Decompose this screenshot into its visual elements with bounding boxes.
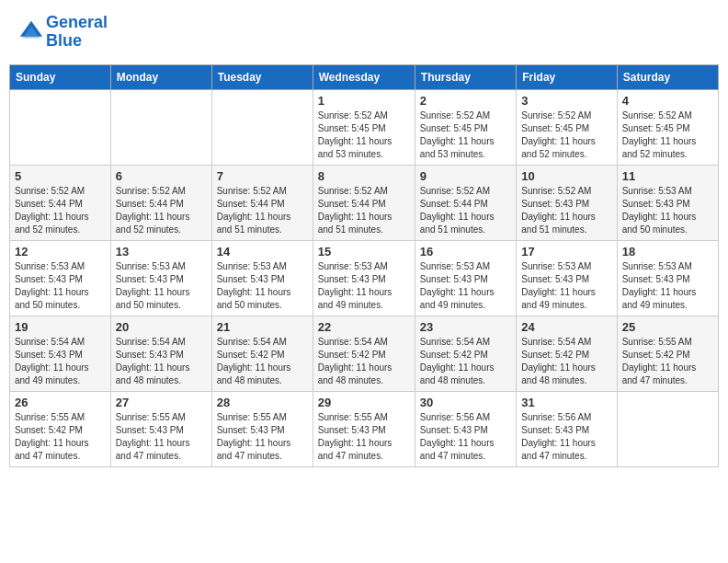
day-info: Sunrise: 5:52 AM Sunset: 5:45 PM Dayligh… (521, 109, 611, 161)
day-number: 3 (521, 94, 611, 108)
column-header-sunday: Sunday (10, 64, 111, 89)
calendar-cell: 9Sunrise: 5:52 AM Sunset: 5:44 PM Daylig… (415, 165, 516, 240)
calendar-cell (211, 89, 313, 165)
calendar-cell: 6Sunrise: 5:52 AM Sunset: 5:44 PM Daylig… (110, 165, 211, 240)
day-info: Sunrise: 5:52 AM Sunset: 5:44 PM Dayligh… (318, 185, 410, 236)
calendar-cell: 4Sunrise: 5:52 AM Sunset: 5:45 PM Daylig… (617, 89, 718, 165)
calendar-cell: 13Sunrise: 5:53 AM Sunset: 5:43 PM Dayli… (110, 240, 211, 316)
day-info: Sunrise: 5:53 AM Sunset: 5:43 PM Dayligh… (318, 260, 410, 312)
day-number: 10 (521, 169, 611, 183)
calendar-cell: 30Sunrise: 5:56 AM Sunset: 5:43 PM Dayli… (415, 391, 516, 466)
day-info: Sunrise: 5:54 AM Sunset: 5:43 PM Dayligh… (15, 336, 106, 387)
calendar-cell: 25Sunrise: 5:55 AM Sunset: 5:42 PM Dayli… (617, 316, 718, 391)
day-info: Sunrise: 5:53 AM Sunset: 5:43 PM Dayligh… (420, 260, 511, 312)
calendar-cell: 1Sunrise: 5:52 AM Sunset: 5:45 PM Daylig… (313, 89, 415, 165)
day-info: Sunrise: 5:55 AM Sunset: 5:42 PM Dayligh… (15, 411, 106, 463)
calendar-cell: 22Sunrise: 5:54 AM Sunset: 5:42 PM Dayli… (313, 316, 415, 391)
calendar-week-row: 26Sunrise: 5:55 AM Sunset: 5:42 PM Dayli… (10, 391, 719, 466)
column-header-saturday: Saturday (617, 64, 718, 89)
day-info: Sunrise: 5:52 AM Sunset: 5:43 PM Dayligh… (521, 185, 611, 236)
day-info: Sunrise: 5:52 AM Sunset: 5:45 PM Dayligh… (318, 109, 410, 161)
calendar-cell: 12Sunrise: 5:53 AM Sunset: 5:43 PM Dayli… (10, 240, 111, 316)
logo-text: General Blue (46, 14, 108, 51)
day-info: Sunrise: 5:55 AM Sunset: 5:43 PM Dayligh… (318, 411, 410, 463)
day-number: 19 (15, 320, 106, 334)
calendar-cell (110, 89, 211, 165)
day-info: Sunrise: 5:53 AM Sunset: 5:43 PM Dayligh… (116, 260, 207, 312)
day-number: 16 (420, 245, 511, 259)
day-number: 29 (318, 396, 410, 409)
day-number: 17 (521, 245, 611, 259)
calendar-cell: 26Sunrise: 5:55 AM Sunset: 5:42 PM Dayli… (10, 391, 111, 466)
day-number: 14 (217, 245, 308, 259)
logo: General Blue (18, 14, 108, 51)
page-header: General Blue (9, 9, 719, 55)
calendar-header-row: SundayMondayTuesdayWednesdayThursdayFrid… (10, 64, 719, 89)
day-number: 1 (318, 94, 410, 108)
day-number: 6 (116, 169, 207, 183)
day-number: 2 (420, 94, 511, 108)
calendar-cell: 7Sunrise: 5:52 AM Sunset: 5:44 PM Daylig… (211, 165, 313, 240)
day-number: 24 (521, 320, 611, 334)
calendar-cell: 11Sunrise: 5:53 AM Sunset: 5:43 PM Dayli… (617, 165, 718, 240)
day-info: Sunrise: 5:53 AM Sunset: 5:43 PM Dayligh… (217, 260, 308, 312)
day-info: Sunrise: 5:52 AM Sunset: 5:44 PM Dayligh… (116, 185, 207, 236)
calendar-cell: 28Sunrise: 5:55 AM Sunset: 5:43 PM Dayli… (211, 391, 313, 466)
calendar-cell (617, 391, 718, 466)
calendar-table: SundayMondayTuesdayWednesdayThursdayFrid… (9, 64, 719, 467)
day-number: 5 (15, 169, 106, 183)
day-number: 12 (15, 245, 106, 259)
column-header-wednesday: Wednesday (313, 64, 415, 89)
column-header-monday: Monday (110, 64, 211, 89)
calendar-week-row: 12Sunrise: 5:53 AM Sunset: 5:43 PM Dayli… (10, 240, 719, 316)
day-info: Sunrise: 5:56 AM Sunset: 5:43 PM Dayligh… (420, 411, 511, 463)
calendar-cell: 10Sunrise: 5:52 AM Sunset: 5:43 PM Dayli… (517, 165, 617, 240)
day-info: Sunrise: 5:52 AM Sunset: 5:45 PM Dayligh… (420, 109, 511, 161)
day-number: 28 (217, 396, 308, 409)
day-info: Sunrise: 5:53 AM Sunset: 5:43 PM Dayligh… (521, 260, 611, 312)
calendar-cell: 2Sunrise: 5:52 AM Sunset: 5:45 PM Daylig… (415, 89, 516, 165)
calendar-cell: 24Sunrise: 5:54 AM Sunset: 5:42 PM Dayli… (517, 316, 617, 391)
calendar-cell: 31Sunrise: 5:56 AM Sunset: 5:43 PM Dayli… (517, 391, 617, 466)
day-number: 27 (116, 396, 207, 409)
day-number: 18 (622, 245, 713, 259)
logo-icon (18, 19, 44, 45)
calendar-cell: 5Sunrise: 5:52 AM Sunset: 5:44 PM Daylig… (10, 165, 111, 240)
calendar-cell: 19Sunrise: 5:54 AM Sunset: 5:43 PM Dayli… (10, 316, 111, 391)
day-info: Sunrise: 5:53 AM Sunset: 5:43 PM Dayligh… (622, 260, 713, 312)
day-info: Sunrise: 5:54 AM Sunset: 5:42 PM Dayligh… (217, 336, 308, 387)
day-info: Sunrise: 5:52 AM Sunset: 5:45 PM Dayligh… (622, 109, 713, 161)
day-info: Sunrise: 5:52 AM Sunset: 5:44 PM Dayligh… (217, 185, 308, 236)
calendar-cell: 27Sunrise: 5:55 AM Sunset: 5:43 PM Dayli… (110, 391, 211, 466)
day-info: Sunrise: 5:54 AM Sunset: 5:43 PM Dayligh… (116, 336, 207, 387)
day-number: 13 (116, 245, 207, 259)
day-number: 31 (521, 396, 611, 409)
calendar-cell (10, 89, 111, 165)
calendar-week-row: 19Sunrise: 5:54 AM Sunset: 5:43 PM Dayli… (10, 316, 719, 391)
day-info: Sunrise: 5:56 AM Sunset: 5:43 PM Dayligh… (521, 411, 611, 463)
calendar-cell: 21Sunrise: 5:54 AM Sunset: 5:42 PM Dayli… (211, 316, 313, 391)
day-info: Sunrise: 5:52 AM Sunset: 5:44 PM Dayligh… (420, 185, 511, 236)
day-number: 30 (420, 396, 511, 409)
day-info: Sunrise: 5:55 AM Sunset: 5:42 PM Dayligh… (622, 336, 713, 387)
calendar-cell: 8Sunrise: 5:52 AM Sunset: 5:44 PM Daylig… (313, 165, 415, 240)
day-info: Sunrise: 5:54 AM Sunset: 5:42 PM Dayligh… (318, 336, 410, 387)
day-number: 26 (15, 396, 106, 409)
calendar-cell: 15Sunrise: 5:53 AM Sunset: 5:43 PM Dayli… (313, 240, 415, 316)
day-number: 25 (622, 320, 713, 334)
column-header-tuesday: Tuesday (211, 64, 313, 89)
day-number: 15 (318, 245, 410, 259)
calendar-cell: 14Sunrise: 5:53 AM Sunset: 5:43 PM Dayli… (211, 240, 313, 316)
column-header-thursday: Thursday (415, 64, 516, 89)
day-number: 21 (217, 320, 308, 334)
calendar-week-row: 5Sunrise: 5:52 AM Sunset: 5:44 PM Daylig… (10, 165, 719, 240)
day-number: 9 (420, 169, 511, 183)
day-number: 11 (622, 169, 713, 183)
calendar-cell: 17Sunrise: 5:53 AM Sunset: 5:43 PM Dayli… (517, 240, 617, 316)
calendar-cell: 20Sunrise: 5:54 AM Sunset: 5:43 PM Dayli… (110, 316, 211, 391)
day-info: Sunrise: 5:53 AM Sunset: 5:43 PM Dayligh… (622, 185, 713, 236)
day-number: 22 (318, 320, 410, 334)
day-number: 8 (318, 169, 410, 183)
calendar-cell: 18Sunrise: 5:53 AM Sunset: 5:43 PM Dayli… (617, 240, 718, 316)
day-number: 7 (217, 169, 308, 183)
